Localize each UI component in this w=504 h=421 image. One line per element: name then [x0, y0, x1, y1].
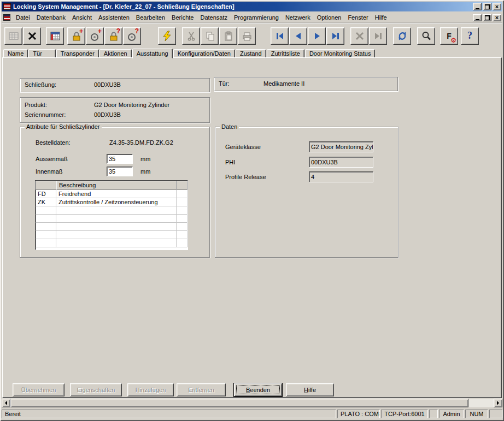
table-row[interactable]: FD Freidrehend [36, 190, 187, 198]
refresh-button[interactable] [393, 27, 411, 45]
plus-icon: + [98, 28, 102, 34]
aussenmass-input[interactable] [107, 154, 133, 164]
tab-zutrittsliste[interactable]: Zutrittsliste [267, 49, 304, 58]
menu-datensatz[interactable]: Datensatz [197, 13, 231, 22]
menu-hilfe[interactable]: Hilfe [372, 13, 390, 22]
menu-programmierung[interactable]: Programmierung [231, 13, 282, 22]
table-row[interactable]: ZK Zutrittskontrolle / Zeitzonensteuerun… [36, 198, 187, 206]
tab-door-monitoring-status[interactable]: Door Monitoring Status [305, 49, 376, 58]
read-lock-button[interactable]: ? [104, 27, 122, 45]
tab-tuer[interactable]: Tür [28, 49, 56, 58]
arrow-right-icon [497, 401, 501, 405]
matrix-gray-icon [8, 31, 19, 41]
menu-ansicht[interactable]: Ansicht [69, 13, 95, 22]
attribute-group-title: Attribute für Schließzylinder [25, 123, 102, 131]
menu-berichte[interactable]: Berichte [168, 13, 197, 22]
document-icon [3, 14, 10, 21]
tab-zustand[interactable]: Zustand [236, 49, 266, 58]
child-minimize-button[interactable] [473, 14, 482, 21]
attribute-groupbox: Attribute für Schließzylinder Bestelldat… [20, 127, 210, 258]
menu-assistenten[interactable]: Assistenten [95, 13, 133, 22]
phi-label: PHI [225, 159, 235, 165]
tabstrip: Name Tür Transponder Aktionen Ausstattun… [2, 48, 502, 58]
row-code [36, 239, 56, 247]
plus-icon: + [79, 28, 83, 34]
menu-netzwerk[interactable]: Netzwerk [282, 13, 314, 22]
options-button[interactable]: F ⚙ [440, 27, 458, 45]
tab-konfiguration-daten[interactable]: Konfiguration/Daten [173, 49, 235, 58]
minimize-button[interactable] [473, 3, 482, 10]
add-lock-button[interactable]: + [67, 27, 85, 45]
aussenmass-label: Aussenmaß [36, 156, 68, 162]
matrix-view-button[interactable] [46, 27, 64, 45]
delete-x-icon [354, 31, 365, 41]
row-code [36, 223, 56, 231]
restore-icon [485, 15, 490, 20]
child-close-button[interactable]: × [493, 14, 501, 21]
question-icon: ? [135, 28, 139, 34]
tab-name[interactable]: Name [3, 49, 28, 58]
refresh-icon [397, 31, 408, 41]
arrow-left-icon [3, 401, 7, 405]
row-extra [177, 215, 187, 223]
previous-record-button[interactable] [289, 27, 307, 45]
beenden-button[interactable]: Beenden [234, 383, 282, 396]
scroll-right-button[interactable] [494, 399, 502, 407]
add-transponder-button[interactable]: + [86, 27, 104, 45]
abort-button[interactable] [23, 27, 41, 45]
menu-optionen[interactable]: Optionen [314, 13, 345, 22]
menu-datei[interactable]: Datei [13, 13, 33, 22]
row-code [36, 215, 56, 223]
child-restore-button[interactable] [483, 14, 491, 21]
phi-field: 00DXU3B [309, 157, 373, 168]
menu-bearbeiten[interactable]: Bearbeiten [133, 13, 168, 22]
tab-ausstattung[interactable]: Ausstattung [132, 49, 173, 58]
scrollbar-thumb[interactable] [10, 399, 468, 407]
horizontal-scrollbar[interactable] [2, 399, 502, 407]
lightning-icon [162, 31, 173, 41]
matrix-icon [50, 31, 61, 41]
row-desc [56, 206, 177, 215]
schliessung-value: 00DXU3B [94, 81, 121, 88]
program-button[interactable] [158, 27, 176, 45]
first-record-icon [274, 31, 285, 41]
row-desc: Freidrehend [56, 190, 177, 198]
bestelldaten-label: Bestelldaten: [36, 139, 71, 146]
tab-aktionen[interactable]: Aktionen [99, 49, 132, 58]
tab-transponder[interactable]: Transponder [56, 49, 99, 58]
menu-datenbank[interactable]: Datenbank [33, 13, 69, 22]
schliessung-label: Schließung: [25, 81, 56, 88]
next-record-icon [312, 31, 323, 41]
close-button[interactable]: × [493, 3, 501, 10]
read-transponder-button[interactable]: ? [123, 27, 141, 45]
hilfe-button[interactable]: Hilfe [286, 383, 334, 396]
geraeteklasse-field: G2 Door Monitoring Zylir [309, 141, 373, 152]
next-record-button[interactable] [308, 27, 326, 45]
table-header-extra [177, 181, 187, 190]
menu-fenster[interactable]: Fenster [344, 13, 371, 22]
innenmass-input[interactable] [107, 167, 133, 176]
search-button[interactable] [417, 27, 435, 45]
produkt-box: Produkt: G2 Door Monitoring Zylinder Ser… [20, 97, 210, 123]
row-extra [177, 206, 187, 215]
printer-icon [242, 31, 253, 41]
print-button [238, 27, 256, 45]
row-code: FD [36, 190, 56, 198]
row-desc [56, 215, 177, 223]
status-spacer [429, 410, 438, 418]
first-record-button[interactable] [271, 27, 289, 45]
goto-last-icon [373, 31, 384, 41]
row-extra [177, 239, 187, 247]
row-desc [56, 239, 177, 247]
table-row [36, 239, 187, 247]
delete-record-button [350, 27, 368, 45]
scroll-left-button[interactable] [2, 399, 10, 407]
restore-button[interactable] [483, 3, 491, 10]
help-button[interactable]: ? [461, 27, 479, 45]
profile-release-label: Profile Release [225, 174, 266, 180]
status-com-port: PLATO : COM8 [337, 410, 380, 418]
last-record-button[interactable] [326, 27, 344, 45]
schliessung-box: Schließung: 00DXU3B [20, 78, 210, 92]
last-record-icon [330, 31, 341, 41]
copy-icon [204, 31, 215, 41]
